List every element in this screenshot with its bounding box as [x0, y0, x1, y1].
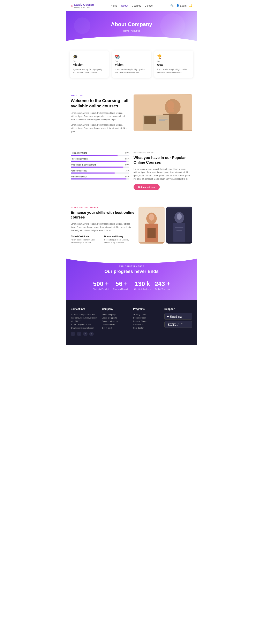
footer-contact: Contact Info Address : Study course, 343… [71, 308, 99, 336]
stat-3: 243 + Global Teachers [155, 280, 170, 290]
social-linkedin[interactable]: in [83, 332, 88, 336]
hero-section: About Company Home / About us [66, 11, 197, 44]
footer-customers[interactable]: Customers [133, 323, 161, 326]
footer-support: Suppport ▶ GET IT ON Google play AVAILAB… [164, 308, 192, 336]
bar-percent-3: 75% [125, 170, 129, 172]
bar-name-4: Wordpress design [71, 176, 87, 178]
mission-card-0: 🎓 Our Mission If you are looking for hig… [70, 50, 109, 78]
about-img-placeholder [134, 94, 192, 131]
nav-right: 🔍 👤 Login 🌙 [170, 4, 192, 7]
stat-label-2: Certified Students [134, 288, 151, 290]
bar-track-1 [71, 160, 129, 162]
course-text: START ONLINE COURSE Enhance your skills … [71, 206, 135, 247]
course-img-svg-dark [166, 206, 192, 244]
svg-rect-17 [173, 223, 185, 242]
footer-documentation[interactable]: Documentation [133, 316, 161, 320]
footer-company-title: Company [102, 308, 130, 310]
footer-release-status[interactable]: Release Status [133, 320, 161, 323]
about-title: Welcome to the Coursing - all available … [71, 98, 129, 109]
bar-label-4: Wordpress design 95% [71, 176, 129, 178]
stat-0: 500 + Students Enrolled [93, 280, 109, 290]
google-play-badge[interactable]: ▶ GET IT ON Google play [164, 313, 192, 320]
online-course-section: START ONLINE COURSE Enhance your skills … [66, 198, 197, 255]
svg-rect-13 [148, 228, 156, 238]
about-image [134, 94, 192, 131]
vision-our: Our [115, 60, 148, 63]
progress-description: PROGRESS BARS What you have in our Popul… [134, 152, 192, 190]
achievements-section: OUR ACHIEVEMENTS Our progress never Ends… [66, 255, 197, 300]
svg-rect-9 [168, 109, 174, 112]
svg-point-14 [149, 214, 154, 220]
progress-section: Figma illustrations 80% PHP programming … [66, 144, 197, 198]
course-img-dark [166, 206, 192, 244]
app-store-badge[interactable]: AVAILABLE ON THE App Store [164, 321, 192, 328]
stat-label-1: Courses Uploaded [113, 288, 130, 290]
footer-get-in-touch[interactable]: Get in touch [102, 326, 130, 330]
svg-point-8 [167, 101, 174, 110]
nav-home[interactable]: Home [111, 4, 117, 7]
mission-icon: 🎓 [73, 54, 106, 59]
svg-rect-5 [159, 118, 168, 118]
bar-label-0: Figma illustrations 80% [71, 152, 129, 154]
course-desc: Lorem ipsum viverra feugiat. Pellen tesq… [71, 222, 135, 232]
logo-icon: ◈ [71, 4, 73, 8]
nav-courses[interactable]: Courses [132, 4, 141, 7]
social-twitter[interactable]: t [77, 332, 81, 336]
nav-links: Home About Courses Contact [111, 4, 153, 7]
bar-item-2: Web design & development 90% [71, 164, 129, 168]
app-store-bottom: App Store [168, 324, 183, 326]
footer-became-teacher[interactable]: Became a teacher [102, 320, 130, 323]
footer-online-courses[interactable]: Online Courses [102, 323, 130, 326]
vision-desc: If you are looking for high-quality and … [115, 68, 148, 74]
bar-percent-2: 90% [125, 164, 129, 166]
achievements-tag: OUR ACHIEVEMENTS [71, 265, 192, 267]
bar-fill-1 [71, 160, 127, 162]
mission-cards: 🎓 Our Mission If you are looking for hig… [70, 50, 193, 78]
stat-label-0: Students Enrolled [93, 288, 109, 290]
svg-rect-6 [159, 119, 168, 120]
about-text: ABOUT US Welcome to the Coursing - all a… [71, 94, 129, 135]
course-title: Enhance your skills with best online cou… [71, 210, 135, 220]
goal-desc: If you are looking for high-quality and … [157, 68, 190, 74]
mission-card-2: 🏆 Our Goal If you are looking for high-q… [154, 50, 193, 78]
course-img-svg-light [138, 206, 165, 244]
feature-0: Global Certificate Pellen tesque libero … [71, 235, 102, 247]
stat-number-1: 56 + [113, 280, 130, 287]
google-play-text: GET IT ON Google play [170, 314, 182, 318]
about-p1: Lorem ipsum viverra feugiat. Pellen tesq… [71, 112, 129, 121]
bar-label-1: PHP programming 95% [71, 158, 129, 160]
bar-item-3: Adobe Photoshop 75% [71, 170, 129, 174]
login-button[interactable]: 👤 Login [176, 4, 187, 7]
footer-programs: Programs Training Center Documentation R… [133, 308, 161, 336]
feature-desc-0: Pellen tesque libero ut justo, ultrices … [71, 238, 102, 244]
social-facebook[interactable]: f [71, 332, 75, 336]
stat-label-3: Global Teachers [155, 288, 170, 290]
social-instagram[interactable]: in [89, 332, 94, 336]
feature-1: Books and library Pellen tesque libero u… [104, 235, 135, 247]
bar-name-0: Figma illustrations [71, 152, 87, 154]
bar-percent-0: 80% [125, 152, 129, 154]
hero-bg [66, 11, 197, 44]
dark-mode-icon[interactable]: 🌙 [189, 4, 192, 7]
about-svg [134, 94, 192, 131]
footer-about-company[interactable]: About company [102, 313, 130, 316]
footer-help-center[interactable]: Help Center [133, 326, 161, 330]
footer-blog-posts[interactable]: Latest Blog posts [102, 316, 130, 320]
bar-track-4 [71, 178, 129, 180]
breadcrumb-home[interactable]: Home [123, 30, 129, 32]
footer-email: Email : info@example.com [71, 326, 99, 330]
progress-desc-text: Lorem ipsum viverra feugiat. Pellen tesq… [134, 168, 192, 181]
footer-grid: Contact Info Address : Study course, 343… [71, 308, 192, 336]
nav-contact[interactable]: Contact [145, 4, 153, 7]
breadcrumb-current: About us [131, 30, 140, 32]
google-play-icon: ▶ [167, 314, 169, 318]
footer-training-center[interactable]: Training Center [133, 313, 161, 316]
get-started-button[interactable]: Get started now [134, 184, 160, 190]
goal-icon: 🏆 [157, 54, 190, 59]
footer-contact-title: Contact Info [71, 308, 99, 310]
nav-about[interactable]: About [121, 4, 128, 7]
search-icon[interactable]: 🔍 [170, 4, 174, 7]
svg-rect-19 [175, 227, 183, 228]
svg-rect-4 [144, 116, 156, 124]
logo[interactable]: ◈ Study Course Journey to success [71, 3, 94, 8]
